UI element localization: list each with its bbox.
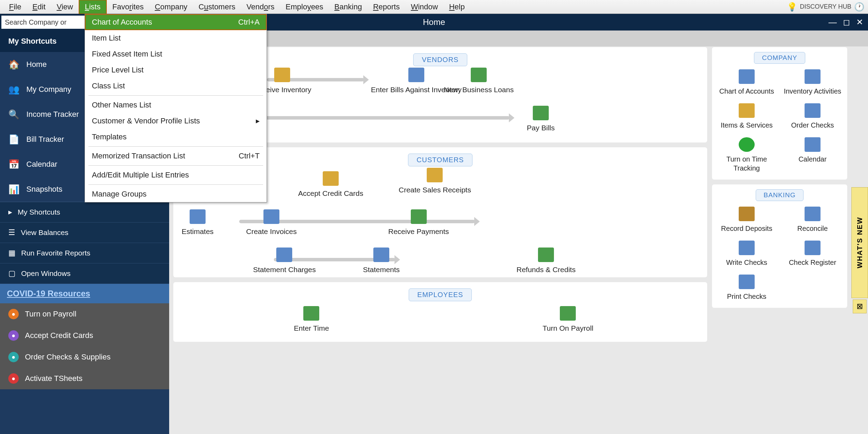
statement-charges[interactable]: Statement Charges bbox=[253, 248, 316, 274]
discovery-hub[interactable]: 💡 DISCOVERY HUB 🕐 bbox=[787, 2, 865, 12]
res-order-checks-supplies[interactable]: ●Order Checks & Supplies bbox=[0, 346, 169, 368]
money-icon bbox=[411, 209, 427, 224]
create-sales-receipts[interactable]: Create Sales Receipts bbox=[399, 168, 471, 194]
employees-header[interactable]: EMPLOYEES bbox=[409, 288, 472, 301]
rail-icon bbox=[805, 137, 821, 152]
company-header[interactable]: COMPANY bbox=[754, 52, 805, 64]
maximize-button[interactable]: ◻ bbox=[843, 17, 850, 27]
document-icon bbox=[408, 68, 424, 82]
menu-favorites[interactable]: Favorites bbox=[107, 0, 149, 14]
business-loans[interactable]: New: Business Loans bbox=[444, 68, 514, 94]
menu-banking[interactable]: Banking bbox=[329, 0, 368, 14]
rail-reconcile[interactable]: Reconcile bbox=[781, 207, 844, 233]
receipt-icon bbox=[427, 168, 443, 182]
lightbulb-icon: 💡 bbox=[787, 2, 797, 12]
res-accept-credit-cards[interactable]: ●Accept Credit Cards bbox=[0, 325, 169, 346]
menu-view[interactable]: View bbox=[51, 0, 78, 14]
invoice-icon bbox=[263, 209, 279, 224]
menu-vendors[interactable]: Vendors bbox=[241, 0, 280, 14]
dd-item-add-edit-multiple-list-entries[interactable]: Add/Edit Multiple List Entries bbox=[85, 167, 267, 183]
rail-inventory-activities[interactable]: Inventory Activities bbox=[781, 69, 844, 96]
rail-check-register[interactable]: Check Register bbox=[781, 241, 844, 267]
res-activate-tsheets[interactable]: ●Activate TSheets bbox=[0, 368, 169, 389]
dd-item-templates[interactable]: Templates bbox=[85, 129, 267, 145]
estimates[interactable]: Estimates bbox=[173, 209, 222, 236]
minimize-button[interactable]: — bbox=[828, 17, 837, 27]
customers-header[interactable]: CUSTOMERS bbox=[408, 154, 472, 166]
rail-chart-of-accounts[interactable]: Chart of Accounts bbox=[715, 69, 778, 96]
covid-link[interactable]: COVID-19 Resources bbox=[7, 289, 90, 298]
dd-item-fixed-asset-item-list[interactable]: Fixed Asset Item List bbox=[85, 46, 267, 62]
banking-panel: BANKING Record DepositsReconcileWrite Ch… bbox=[712, 184, 847, 308]
dd-item-price-level-list[interactable]: Price Level List bbox=[85, 62, 267, 78]
receive-payments[interactable]: Receive Payments bbox=[388, 209, 449, 236]
res-turn-on-payroll[interactable]: ●Turn on Payroll bbox=[0, 303, 169, 325]
menu-lists[interactable]: Lists bbox=[79, 0, 107, 14]
search-input[interactable]: Search Company or bbox=[1, 16, 85, 29]
rail-print-checks[interactable]: Print Checks bbox=[715, 275, 778, 301]
calculator-icon bbox=[190, 209, 206, 224]
nav-icon: 🔍 bbox=[8, 109, 19, 120]
menu-window[interactable]: Window bbox=[405, 0, 443, 14]
rail-order-checks[interactable]: Order Checks bbox=[781, 103, 844, 130]
whats-new-close[interactable]: ⊠ bbox=[853, 300, 867, 313]
menu-employees[interactable]: Employees bbox=[280, 0, 329, 14]
clock-icon bbox=[303, 306, 319, 321]
covid-section[interactable]: COVID-19 Resources bbox=[0, 284, 169, 303]
menubar: File Edit View Lists Favorites Company C… bbox=[0, 0, 868, 14]
dd-item-customer-vendor-profile-lists[interactable]: Customer & Vendor Profile Lists▸ bbox=[85, 113, 267, 129]
dd-item-chart-of-accounts[interactable]: Chart of AccountsCtrl+A bbox=[85, 14, 267, 30]
rail-icon bbox=[739, 241, 755, 255]
discovery-label: DISCOVERY HUB bbox=[800, 3, 851, 10]
rail-icon bbox=[739, 275, 755, 289]
rail-turn-on-time-tracking[interactable]: Turn on Time Tracking bbox=[715, 137, 778, 173]
menu-reports[interactable]: Reports bbox=[367, 0, 405, 14]
res-icon: ● bbox=[8, 330, 19, 341]
banking-header[interactable]: BANKING bbox=[756, 189, 804, 201]
document-icon bbox=[373, 248, 389, 262]
rail-calendar[interactable]: Calendar bbox=[781, 137, 844, 173]
dd-item-item-list[interactable]: Item List bbox=[85, 30, 267, 46]
menu-file[interactable]: File bbox=[3, 0, 27, 14]
rail-icon bbox=[805, 69, 821, 84]
menu-company[interactable]: Company bbox=[149, 0, 193, 14]
dd-item-memorized-transaction-list[interactable]: Memorized Transaction ListCtrl+T bbox=[85, 148, 267, 164]
clock-icon[interactable]: 🕐 bbox=[854, 2, 865, 12]
close-button[interactable]: ✕ bbox=[856, 17, 863, 27]
statements[interactable]: Statements bbox=[357, 248, 406, 274]
tab-icon: ▢ bbox=[8, 269, 16, 278]
money-icon bbox=[471, 68, 487, 82]
tab-view-balances[interactable]: ☰View Balances bbox=[0, 223, 169, 243]
tab-run-favorite-reports[interactable]: ▦Run Favorite Reports bbox=[0, 243, 169, 263]
nav-icon: 🏠 bbox=[8, 59, 19, 70]
rail-items-services[interactable]: Items & Services bbox=[715, 103, 778, 130]
rail-icon bbox=[805, 103, 821, 118]
lists-dropdown: Chart of AccountsCtrl+AItem ListFixed As… bbox=[85, 14, 267, 202]
vendors-header[interactable]: VENDORS bbox=[413, 53, 467, 66]
dd-item-other-names-list[interactable]: Other Names List bbox=[85, 97, 267, 113]
turn-on-payroll[interactable]: Turn On Payroll bbox=[542, 306, 593, 333]
document-icon bbox=[276, 248, 292, 262]
menu-customers[interactable]: Customers bbox=[193, 0, 241, 14]
pay-bills[interactable]: Pay Bills bbox=[517, 106, 565, 132]
refunds-credits[interactable]: Refunds & Credits bbox=[517, 248, 575, 274]
nav-icon: 📅 bbox=[8, 159, 19, 170]
rail-record-deposits[interactable]: Record Deposits bbox=[715, 207, 778, 233]
enter-time[interactable]: Enter Time bbox=[287, 306, 336, 333]
dd-item-class-list[interactable]: Class List bbox=[85, 78, 267, 94]
menu-help[interactable]: Help bbox=[443, 0, 470, 14]
accept-credit-cards[interactable]: Accept Credit Cards bbox=[298, 171, 363, 198]
tab-open-windows[interactable]: ▢Open Windows bbox=[0, 263, 169, 284]
rail-write-checks[interactable]: Write Checks bbox=[715, 241, 778, 267]
whats-new-tab[interactable]: WHAT'S NEW bbox=[851, 187, 868, 298]
rail-icon bbox=[739, 137, 755, 152]
card-icon bbox=[323, 171, 339, 186]
folder-icon bbox=[274, 68, 290, 82]
create-invoices[interactable]: Create Invoices bbox=[246, 209, 297, 236]
main-area: VENDORS Receive Inventory Enter Bills Ag… bbox=[169, 47, 851, 434]
menu-edit[interactable]: Edit bbox=[27, 0, 51, 14]
money-icon bbox=[533, 106, 549, 120]
tab-my-shortcuts[interactable]: ▸My Shortcuts bbox=[0, 202, 169, 223]
company-panel: COMPANY Chart of AccountsInventory Activ… bbox=[712, 47, 847, 180]
dd-item-manage-groups[interactable]: Manage Groups bbox=[85, 186, 267, 202]
